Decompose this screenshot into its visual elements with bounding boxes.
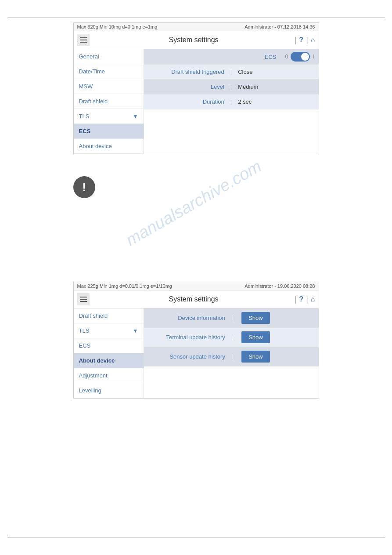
home-button-1[interactable]: ⌂: [311, 36, 315, 44]
level-value: Medium: [234, 80, 318, 94]
setting-row-device-info: Device information | Show: [144, 308, 319, 328]
sidebar-item-2-tls[interactable]: TLS ▼: [74, 323, 144, 338]
tls-2-arrow-icon: ▼: [133, 328, 138, 334]
sep-draft: |: [229, 69, 234, 75]
sidebar-item-2-levelling[interactable]: Levelling: [74, 383, 144, 398]
terminal-update-label: Terminal update history: [144, 330, 230, 345]
sidebar-item-datetime[interactable]: Date/Time: [74, 64, 144, 79]
sidebar-label-general: General: [79, 53, 99, 60]
setting-row-draft-triggered: Draft shield triggered | Close: [144, 65, 319, 80]
setting-row-sensor-update: Sensor update history | Show: [144, 347, 319, 366]
screen-2: Max 225g Min 1mg d=0.01/0.1mg e=1/10mg A…: [73, 282, 319, 399]
screen-1: Max 320g Min 10mg d=0.1mg e=1mg Administ…: [73, 22, 319, 154]
content-area-1: General Date/Time MSW Draft shield TLS ▼: [74, 49, 319, 154]
menu-icon-2[interactable]: [77, 293, 90, 305]
page-wrapper: Max 320g Min 10mg d=0.1mg e=1mg Administ…: [0, 0, 392, 555]
sidebar-item-ecs[interactable]: ECS: [74, 124, 144, 139]
sidebar-item-draft-shield[interactable]: Draft shield: [74, 94, 144, 109]
sidebar-label-draft-shield: Draft shield: [79, 98, 108, 105]
sidebar-item-about-device[interactable]: About device: [74, 139, 144, 154]
terminal-update-show-button[interactable]: Show: [241, 331, 270, 343]
sidebar-label-msw: MSW: [79, 83, 93, 90]
toggle-off-label: 0: [285, 54, 288, 60]
ecs-label: ECS: [144, 50, 281, 64]
sep-duration: |: [229, 98, 234, 105]
sep-level: |: [229, 83, 234, 90]
draft-triggered-label: Draft shield triggered: [144, 65, 229, 79]
right-panel-2: Device information | Show Terminal updat…: [144, 308, 319, 398]
sidebar-2-label-ecs: ECS: [79, 342, 91, 349]
ecs-toggle[interactable]: 0 I: [281, 49, 318, 64]
draft-triggered-value: Close: [234, 65, 318, 79]
sidebar-item-msw[interactable]: MSW: [74, 79, 144, 94]
device-info-show-button[interactable]: Show: [241, 312, 270, 324]
screen2-title: System settings: [93, 295, 295, 303]
toggle-switch[interactable]: [291, 52, 310, 62]
separator-1: |: [295, 36, 297, 45]
bottom-rule: [7, 537, 385, 537]
status-left-1: Max 320g Min 10mg d=0.1mg e=1mg: [77, 24, 158, 29]
toggle-knob: [301, 53, 309, 61]
setting-row-ecs: ECS 0 I: [144, 49, 319, 65]
sidebar-label-datetime: Date/Time: [79, 68, 105, 75]
sidebar-item-general[interactable]: General: [74, 49, 144, 64]
right-panel-1: ECS 0 I Draft shield triggered |: [144, 49, 319, 154]
setting-row-level: Level | Medium: [144, 80, 319, 94]
warning-icon: !: [73, 176, 95, 198]
status-bar-1: Max 320g Min 10mg d=0.1mg e=1mg Administ…: [74, 23, 319, 31]
screen1-title: System settings: [93, 36, 295, 44]
sidebar-2-label-draft-shield: Draft shield: [79, 312, 108, 319]
sep-device-info: |: [230, 315, 234, 321]
tls-arrow-icon: ▼: [133, 113, 138, 120]
help-button-2[interactable]: ?: [299, 295, 303, 303]
sidebar-2: Draft shield TLS ▼ ECS About device Adju…: [74, 308, 144, 398]
sidebar-item-2-draft-shield[interactable]: Draft shield: [74, 308, 144, 323]
setting-row-terminal-update: Terminal update history | Show: [144, 328, 319, 347]
sidebar-label-about-device: About device: [79, 143, 112, 149]
title-actions-1: | ? | ⌂: [295, 36, 315, 45]
exclaim-symbol: !: [82, 181, 86, 194]
status-right-1: Administrator - 07.12.2018 14:36: [245, 24, 315, 29]
status-bar-2: Max 225g Min 1mg d=0.01/0.1mg e=1/10mg A…: [74, 282, 319, 290]
level-label: Level: [144, 80, 229, 94]
sidebar-label-tls: TLS: [79, 113, 90, 120]
sep-sensor: |: [230, 353, 234, 360]
sidebar-1: General Date/Time MSW Draft shield TLS ▼: [74, 49, 144, 154]
sidebar-item-2-adjustment[interactable]: Adjustment: [74, 368, 144, 383]
home-button-2[interactable]: ⌂: [311, 295, 315, 303]
sidebar-item-tls[interactable]: TLS ▼: [74, 109, 144, 124]
duration-value: 2 sec: [234, 94, 318, 109]
sidebar-2-label-adjustment: Adjustment: [79, 372, 108, 379]
terminal-update-btn-wrap: Show: [234, 328, 318, 347]
middle-section: ! manualsarchive.com: [73, 167, 319, 282]
separator-2: |: [306, 36, 308, 45]
duration-label: Duration: [144, 94, 229, 109]
title-bar-1: System settings | ? | ⌂: [74, 31, 319, 49]
toggle-on-label: I: [313, 54, 314, 60]
title-bar-2: System settings | ? | ⌂: [74, 290, 319, 308]
sidebar-item-2-ecs[interactable]: ECS: [74, 338, 144, 353]
separator-4: |: [306, 295, 308, 304]
help-button-1[interactable]: ?: [299, 36, 303, 44]
content-area-2: Draft shield TLS ▼ ECS About device Adju…: [74, 308, 319, 398]
status-right-2: Administrator - 19.06.2020 08:28: [245, 283, 315, 289]
sidebar-2-label-about-device: About device: [79, 357, 115, 364]
setting-row-duration: Duration | 2 sec: [144, 94, 319, 109]
device-info-btn-wrap: Show: [234, 308, 318, 327]
status-left-2: Max 225g Min 1mg d=0.01/0.1mg e=1/10mg: [77, 283, 172, 289]
screens-wrapper: Max 320g Min 10mg d=0.1mg e=1mg Administ…: [0, 18, 392, 412]
sidebar-label-ecs: ECS: [79, 128, 91, 134]
sensor-update-label: Sensor update history: [144, 349, 230, 364]
sidebar-item-2-about-device[interactable]: About device: [74, 353, 144, 368]
sidebar-2-label-tls: TLS: [79, 327, 90, 334]
sensor-update-btn-wrap: Show: [234, 347, 318, 366]
device-info-label: Device information: [144, 311, 230, 325]
watermark: manualsarchive.com: [122, 157, 264, 250]
sidebar-2-label-levelling: Levelling: [79, 387, 101, 394]
sensor-update-show-button[interactable]: Show: [241, 351, 270, 363]
menu-icon-1[interactable]: [77, 34, 90, 46]
title-actions-2: | ? | ⌂: [295, 295, 315, 304]
sep-terminal: |: [230, 334, 234, 341]
separator-3: |: [295, 295, 297, 304]
